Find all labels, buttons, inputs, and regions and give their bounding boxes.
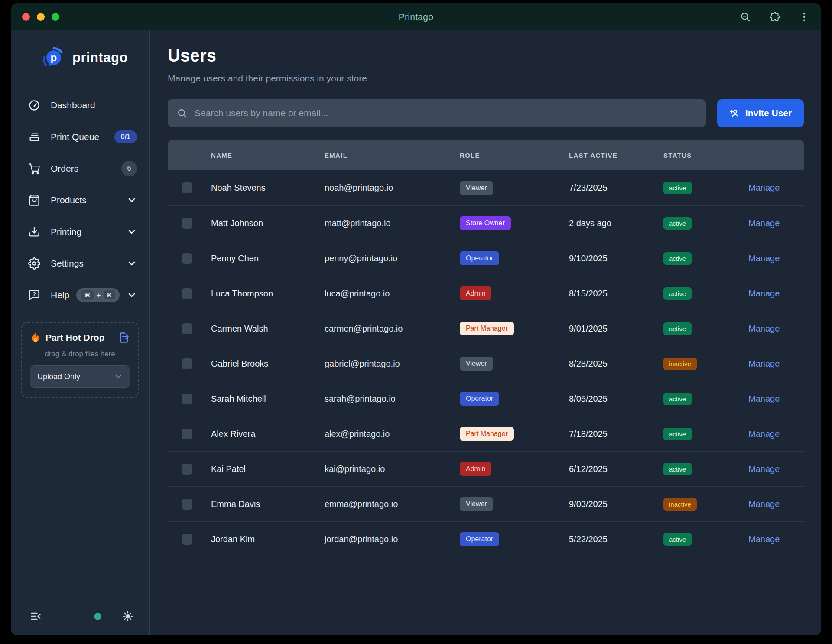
sidebar-item-dashboard[interactable]: Dashboard	[11, 89, 149, 121]
user-name: Emma Davis	[211, 499, 325, 509]
column-header-status: STATUS	[663, 152, 748, 159]
sidebar-item-print-queue[interactable]: Print Queue0/1	[11, 121, 149, 153]
actions-cell: Manage	[748, 218, 804, 228]
last-active: 9/03/2025	[569, 499, 663, 509]
status-cell: active	[663, 322, 748, 335]
close-window-button[interactable]	[22, 13, 30, 21]
row-checkbox[interactable]	[182, 499, 192, 510]
status-badge: active	[663, 252, 692, 265]
manage-link[interactable]: Manage	[748, 429, 780, 439]
role-cell: Viewer	[460, 357, 569, 371]
role-badge: Store Owner	[460, 216, 511, 230]
status-cell: inactive	[663, 498, 748, 511]
title-bar: Printago	[11, 3, 821, 30]
row-checkbox[interactable]	[182, 394, 192, 404]
more-menu-icon[interactable]	[799, 11, 810, 23]
manage-link[interactable]: Manage	[748, 464, 780, 474]
row-checkbox[interactable]	[182, 534, 192, 545]
sidebar-item-settings[interactable]: Settings	[11, 247, 149, 279]
bag-icon	[28, 194, 40, 206]
row-checkbox[interactable]	[182, 253, 192, 264]
minimize-window-button[interactable]	[37, 13, 45, 21]
window-title: Printago	[161, 12, 671, 22]
status-cell: active	[663, 428, 748, 440]
user-name: Carmen Walsh	[211, 324, 325, 334]
user-name: Penny Chen	[211, 254, 325, 263]
role-badge: Part Manager	[460, 322, 514, 335]
role-badge: Part Manager	[460, 427, 514, 441]
gear-icon	[28, 257, 40, 270]
sidebar-footer	[11, 610, 149, 626]
row-checkbox[interactable]	[182, 429, 192, 439]
manage-link[interactable]: Manage	[748, 254, 780, 263]
role-cell: Operator	[460, 532, 569, 546]
file-export-icon[interactable]	[118, 332, 130, 344]
manage-link[interactable]: Manage	[748, 183, 780, 192]
last-active: 7/23/2025	[569, 183, 663, 193]
user-email: penny@printago.io	[325, 254, 460, 263]
sidebar-item-help[interactable]: ?Help⌘+K	[11, 279, 149, 311]
status-cell: active	[663, 182, 748, 194]
row-checkbox[interactable]	[182, 358, 192, 369]
last-active: 7/18/2025	[569, 429, 663, 439]
manage-link[interactable]: Manage	[748, 394, 780, 403]
status-cell: active	[663, 463, 748, 475]
keyboard-shortcut-badge: ⌘+K	[76, 288, 120, 302]
manage-link[interactable]: Manage	[748, 218, 780, 228]
chevron-down-icon	[114, 372, 123, 381]
actions-cell: Manage	[748, 464, 804, 474]
chevron-down-icon	[127, 290, 137, 300]
select-all-checkbox[interactable]	[182, 150, 192, 161]
user-name: Luca Thompson	[211, 289, 325, 299]
user-name: Sarah Mitchell	[211, 394, 325, 404]
table-row: Carmen Walshcarmen@printago.ioPart Manag…	[168, 311, 804, 346]
gauge-icon	[28, 99, 40, 111]
user-email: jordan@printago.io	[325, 534, 460, 544]
invite-user-button[interactable]: Invite User	[717, 99, 804, 127]
manage-link[interactable]: Manage	[748, 289, 780, 298]
keycap-k: K	[104, 290, 115, 299]
search-input[interactable]	[195, 108, 697, 118]
upload-mode-select[interactable]: Upload Only	[30, 365, 130, 388]
status-badge: active	[663, 533, 692, 546]
status-badge: active	[663, 322, 692, 335]
sidebar-item-label: Products	[51, 195, 127, 205]
theme-toggle-sun-icon[interactable]	[122, 611, 133, 622]
row-checkbox[interactable]	[182, 182, 192, 193]
part-hot-drop-card[interactable]: Part Hot Drop drag & drop files here Upl…	[21, 322, 139, 398]
table-row: Kai Patelkai@printago.ioAdmin6/12/2025ac…	[168, 451, 804, 486]
brand-name: printago	[72, 50, 128, 65]
manage-link[interactable]: Manage	[748, 359, 780, 368]
sidebar-item-printing[interactable]: Printing	[11, 216, 149, 247]
manage-link[interactable]: Manage	[748, 534, 780, 544]
status-cell: active	[663, 287, 748, 300]
row-checkbox[interactable]	[182, 323, 192, 334]
manage-link[interactable]: Manage	[748, 499, 780, 509]
row-checkbox[interactable]	[182, 218, 192, 229]
hot-drop-hint: drag & drop files here	[30, 350, 130, 358]
user-plus-icon	[729, 108, 740, 119]
sidebar-badge-print-queue: 0/1	[114, 130, 137, 143]
maximize-window-button[interactable]	[52, 13, 59, 21]
extensions-puzzle-icon[interactable]	[769, 11, 780, 23]
status-badge: active	[663, 287, 692, 300]
user-email: luca@printago.io	[325, 289, 460, 299]
row-checkbox[interactable]	[182, 288, 192, 299]
chevron-down-icon	[127, 227, 137, 237]
sidebar-item-orders[interactable]: Orders6	[11, 153, 149, 184]
column-header-name: NAME	[211, 152, 325, 159]
search-box	[168, 99, 706, 127]
collapse-sidebar-icon[interactable]	[30, 610, 42, 622]
printing-icon	[28, 226, 40, 238]
svg-text:p: p	[51, 52, 57, 63]
sidebar-nav: DashboardPrint Queue0/1Orders6ProductsPr…	[11, 89, 149, 311]
user-name: Matt Johnson	[211, 218, 325, 228]
zoom-out-icon[interactable]	[740, 11, 751, 23]
last-active: 8/15/2025	[569, 289, 663, 299]
manage-link[interactable]: Manage	[748, 324, 780, 333]
sidebar-item-label: Help	[51, 290, 76, 300]
row-checkbox[interactable]	[182, 464, 192, 475]
status-cell: active	[663, 393, 748, 405]
sidebar-item-products[interactable]: Products	[11, 184, 149, 216]
user-name: Kai Patel	[211, 464, 325, 474]
